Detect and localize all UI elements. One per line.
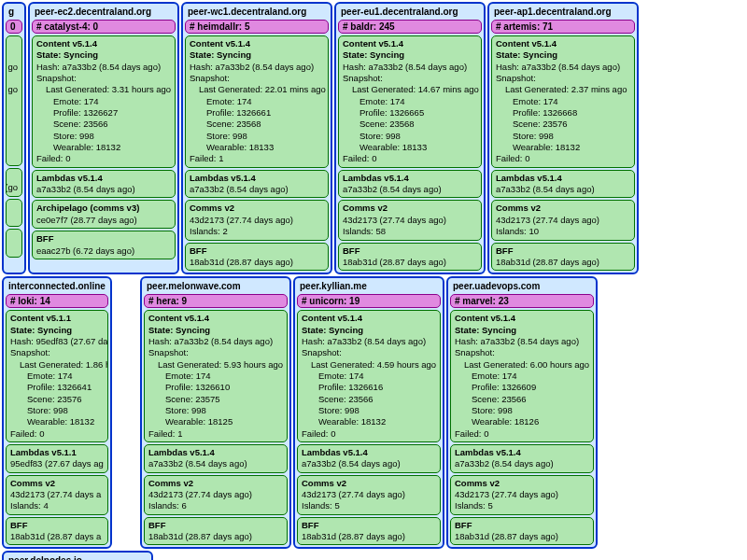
content-block: Content v5.1.4State: SyncingHash: a7a33b… — [32, 35, 176, 168]
bff-block — [6, 229, 22, 258]
bff-block: BFF18ab31d (28.87 days ago) — [297, 517, 441, 546]
bff-block: BFF18ab31d (28.87 days ago) — [144, 517, 288, 546]
lambdas-block: Lambdas v5.1.4a7a33b2 (8.54 days ago) — [450, 444, 594, 473]
bff-block: BFF18ab31d (28.87 days a — [6, 517, 108, 546]
comms-block — [6, 199, 22, 228]
lambdas-block: Lambdas v5.1.4a7a33b2 (8.54 days ago) — [338, 170, 482, 199]
catalyst-pill[interactable]: 0 — [6, 20, 22, 34]
content-block: Content v5.1.4State: SyncingHash: a7a33b… — [297, 310, 441, 442]
comms-block: Archipelago (comms v3)ce0e7f7 (28.77 day… — [32, 200, 176, 229]
catalyst-pill[interactable]: # marvel: 23 — [450, 294, 594, 308]
comms-block: Comms v243d2173 (27.74 days ago)Islands:… — [338, 200, 482, 240]
peer-card[interactable]: peer-ap1.decentraland.org# artemis: 71Co… — [487, 2, 639, 274]
catalyst-pill[interactable]: # artemis: 71 — [491, 20, 635, 34]
peer-hostname: peer.uadevops.com — [450, 280, 594, 292]
catalyst-pill[interactable]: # unicorn: 19 — [297, 294, 441, 308]
content-block: Content v5.1.1State: SyncingHash: 95edf8… — [6, 310, 108, 442]
peer-card[interactable]: peer-wc1.decentraland.org# heimdallr: 5C… — [181, 2, 332, 274]
catalyst-pill[interactable]: # catalyst-4: 0 — [32, 20, 176, 34]
lambdas-block: go) — [6, 168, 22, 197]
bff-block: BFF18ab31d (28.87 days ago) — [185, 243, 329, 272]
content-block: Content v5.1.4State: SyncingHash: a7a33b… — [491, 35, 635, 168]
peer-card[interactable]: peer-eu1.decentraland.org# baldr: 245Con… — [334, 2, 486, 274]
lambdas-block: Lambdas v5.1.4a7a33b2 (8.54 days ago) — [491, 170, 635, 199]
catalyst-pill[interactable]: # heimdallr: 5 — [185, 20, 329, 34]
peer-hostname: peer.melonwave.com — [144, 280, 288, 292]
catalyst-pill[interactable]: # hera: 9 — [144, 294, 288, 308]
peer-card[interactable]: peer.uadevops.com# marvel: 23Content v5.… — [446, 276, 598, 549]
content-block: Content v5.1.4State: SyncingHash: a7a33b… — [450, 310, 594, 442]
catalyst-pill[interactable]: # baldr: 245 — [338, 20, 482, 34]
comms-block: Comms v243d2173 (27.74 days aIslands: 4 — [6, 475, 108, 515]
comms-block: Comms v243d2173 (27.74 days ago)Islands:… — [450, 475, 594, 515]
content-block: Content v5.1.4State: SyncingHash: a7a33b… — [144, 310, 288, 442]
bff-block: BFF18ab31d (28.87 days ago) — [491, 243, 635, 272]
comms-block: Comms v243d2173 (27.74 days ago)Islands:… — [491, 200, 635, 240]
peer-card[interactable]: peer.melonwave.com# hera: 9Content v5.1.… — [140, 276, 291, 549]
peer-hostname: peer-ap1.decentraland.org — [491, 6, 635, 18]
comms-block: Comms v243d2173 (27.74 days ago)Islands:… — [297, 475, 441, 515]
peer-card-partial[interactable]: g0 go go go) — [2, 2, 26, 274]
bff-block: BFF18ab31d (28.87 days ago) — [338, 243, 482, 272]
content-block: Content v5.1.4State: SyncingHash: a7a33b… — [338, 35, 482, 168]
peer-hostname: peer.kyllian.me — [297, 280, 441, 292]
content-block: go go — [6, 35, 22, 166]
peer-hostname: peer-ec2.decentraland.org — [32, 6, 176, 18]
peer-hostname: peer-eu1.decentraland.org — [338, 6, 482, 18]
bff-block: BFF18ab31d (28.87 days ago) — [450, 517, 594, 546]
peer-card[interactable]: peer.dclnodes.io# athena: 21Content v5.1… — [2, 551, 153, 560]
peer-hostname: g — [6, 6, 22, 18]
lambdas-block: Lambdas v5.1.4a7a33b2 (8.54 days ago) — [297, 444, 441, 473]
catalyst-pill[interactable]: # loki: 14 — [6, 294, 108, 308]
lambdas-block: Lambdas v5.1.4a7a33b2 (8.54 days ago) — [32, 170, 176, 199]
peer-hostname: peer.dclnodes.io — [6, 554, 149, 560]
comms-block: Comms v243d2173 (27.74 days ago)Islands:… — [144, 475, 288, 515]
content-block: Content v5.1.4State: SyncingHash: a7a33b… — [185, 35, 329, 168]
peer-card[interactable]: peer-ec2.decentraland.org# catalyst-4: 0… — [28, 2, 179, 274]
peer-card[interactable]: interconnected.online# loki: 14Content v… — [2, 276, 112, 549]
peer-card[interactable]: peer.kyllian.me# unicorn: 19Content v5.1… — [293, 276, 444, 549]
lambdas-block: Lambdas v5.1.195edf83 (27.67 days ag — [6, 444, 108, 473]
peer-hostname: peer-wc1.decentraland.org — [185, 6, 329, 18]
lambdas-block: Lambdas v5.1.4a7a33b2 (8.54 days ago) — [185, 170, 329, 199]
bff-block: BFFeaac27b (6.72 days ago) — [32, 231, 176, 259]
peer-grid: g0 go go go) peer-ec2.decentraland.org# … — [2, 2, 745, 560]
comms-block: Comms v243d2173 (27.74 days ago)Islands:… — [185, 200, 329, 240]
peer-hostname: interconnected.online — [6, 280, 108, 292]
lambdas-block: Lambdas v5.1.4a7a33b2 (8.54 days ago) — [144, 444, 288, 473]
